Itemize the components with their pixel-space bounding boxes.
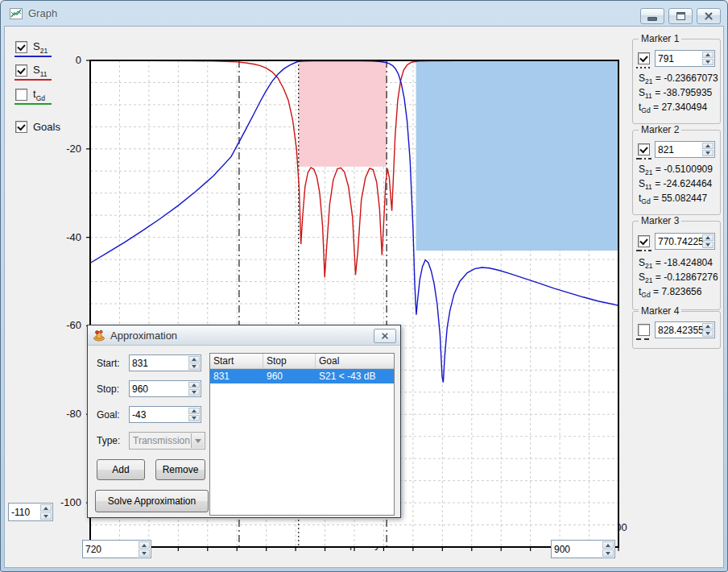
goals-table-header[interactable]: Start Stop Goal [210,354,394,369]
minimize-icon [647,17,657,21]
goals-checkbox[interactable] [15,121,27,133]
marker3-s21-value: S21 = -18.424804 [639,257,713,270]
s11-checkbox[interactable] [15,64,27,77]
goal-up-arrow-icon[interactable] [188,408,200,414]
tgd-color-line [14,103,52,105]
marker3-checkbox[interactable] [638,235,650,247]
y-tick-label: 0 [76,54,81,66]
transmission-goal [416,60,618,251]
x-max-up-arrow-icon[interactable] [602,541,614,549]
start-input[interactable]: 831 [129,354,201,371]
x-max-down-arrow-icon[interactable] [602,549,614,557]
marker2-frequency-input[interactable]: 821 [655,141,715,158]
cell-stop: 960 [263,369,316,383]
marker4-down-arrow-icon[interactable] [702,330,714,337]
marker1-panel: Marker 1 791 S21 = -0.23667073 S11 = -38… [632,39,721,124]
approximation-tool-icon [93,329,105,342]
marker3-panel: Marker 3 770.74225 S21 = -18.424804 S21 … [632,221,721,310]
marker2-s21-value: S21 = -0.5100909 [639,164,713,176]
marker4-up-arrow-icon[interactable] [702,323,714,330]
s21-checkbox[interactable] [15,41,27,53]
reflection-goal [299,60,387,167]
restore-button[interactable] [668,8,693,24]
y-tick-label: -40 [66,231,81,243]
marker2-tgd-value: tGd = 55.082447 [639,193,707,205]
marker4-panel: Marker 4 828.42355 [632,311,721,349]
column-header-start[interactable]: Start [210,354,263,369]
add-button[interactable]: Add [97,459,145,480]
marker1-up-arrow-icon[interactable] [702,52,714,58]
s11-label: S11 [33,64,48,78]
y-min-down-arrow-icon[interactable] [40,512,52,520]
marker3-frequency-input[interactable]: 770.74225 [655,233,715,250]
y-tick-label: -60 [66,319,81,331]
marker1-tgd-value: tGd = 27.340494 [639,102,707,114]
title-bar[interactable]: Graph [1,1,727,26]
marker1-frequency-input[interactable]: 791 [655,50,715,67]
x-min-up-arrow-icon[interactable] [139,541,150,549]
minimize-button[interactable] [640,8,664,24]
column-header-goal[interactable]: Goal [316,354,394,369]
marker1-s11-value: S11 = -38.795935 [639,87,712,100]
goal-input[interactable]: -43 [129,406,201,423]
legend-item-tgd: tGd [15,88,45,102]
cell-start: 831 [210,369,263,383]
marker2-checkbox[interactable] [638,143,650,155]
s11-color-line [14,79,52,81]
x-min-down-arrow-icon[interactable] [139,549,150,557]
approximation-close-button[interactable] [374,329,396,343]
start-label: Start: [97,358,120,369]
marker3-tgd-value: tGd = 7.823656 [639,286,701,299]
tgd-label: tGd [33,88,45,102]
marker3-up-arrow-icon[interactable] [702,234,714,241]
marker4-line-style [636,338,651,340]
marker1-checkbox[interactable] [638,52,650,64]
marker4-frequency-input[interactable]: 828.42355 [655,321,715,338]
marker3-down-arrow-icon[interactable] [702,242,714,248]
y-tick-label: -80 [66,408,81,420]
start-down-arrow-icon[interactable] [188,363,200,370]
goal-down-arrow-icon[interactable] [188,415,200,421]
close-icon [705,12,713,20]
legend-item-s21: S21 [15,40,48,55]
approximation-dialog-title: Approximation [110,330,177,342]
start-up-arrow-icon[interactable] [188,356,200,363]
tgd-checkbox[interactable] [15,89,27,101]
close-button[interactable] [697,8,721,24]
remove-button[interactable]: Remove [155,459,205,480]
s21-label: S21 [33,40,48,55]
x-min-input[interactable]: 720 [82,540,151,558]
marker3-title: Marker 3 [639,215,681,226]
marker3-s21b-value: S21 = -0.12867276 [639,271,718,284]
marker2-up-arrow-icon[interactable] [702,143,714,149]
goals-table-row-selected[interactable]: 831 960 S21 < -43 dB [210,369,394,383]
y-min-input[interactable]: -110 [8,503,53,521]
close-icon [382,333,388,339]
window-title: Graph [28,7,57,19]
y-min-up-arrow-icon[interactable] [40,504,52,512]
stop-down-arrow-icon[interactable] [188,389,200,396]
column-header-stop[interactable]: Stop [263,354,316,369]
goals-label: Goals [33,121,60,133]
type-dropdown[interactable]: Transmission [129,432,205,450]
y-tick-label: -100 [60,496,81,508]
goals-table[interactable]: Start Stop Goal 831 960 S21 < -43 dB [209,353,395,516]
marker2-s11-value: S11 = -24.624464 [639,178,712,191]
legend-item-s11: S11 [15,64,48,78]
legend-item-goals: Goals [15,121,60,133]
marker1-s21-value: S21 = -0.23667073 [639,73,718,85]
approximation-dialog-titlebar[interactable]: Approximation [88,325,400,346]
stop-up-arrow-icon[interactable] [188,382,200,388]
x-max-input[interactable]: 900 [551,540,615,558]
solve-approximation-button[interactable]: Solve Approximation [95,490,209,512]
dropdown-arrow-icon[interactable] [191,433,204,448]
y-tick-label: -20 [66,143,81,155]
marker2-line-style [636,158,651,160]
s21-color-line [14,56,52,57]
marker2-down-arrow-icon[interactable] [702,150,714,156]
type-label: Type: [97,435,120,446]
marker4-checkbox[interactable] [638,324,650,336]
marker1-down-arrow-icon[interactable] [702,59,714,65]
approximation-dialog: Approximation Start: 831 Stop: 960 Goal:… [87,325,401,518]
stop-input[interactable]: 960 [129,380,201,397]
